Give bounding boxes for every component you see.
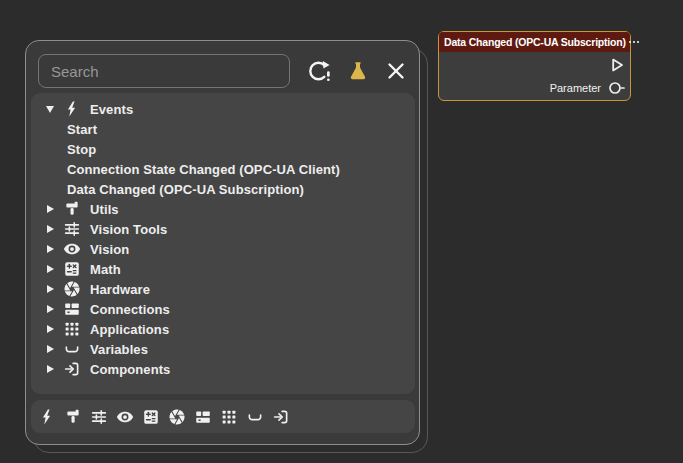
tree-category-row[interactable]: Vision Tools — [31, 219, 415, 239]
category-filter-hammer-icon[interactable] — [64, 408, 82, 426]
chevron-right-icon[interactable] — [43, 225, 57, 233]
tree-leaf-row[interactable]: Start — [31, 119, 415, 139]
chevron-right-icon[interactable] — [43, 345, 57, 353]
tree-leaf-label: Data Changed (OPC-UA Subscription) — [67, 182, 304, 197]
sliders-icon — [63, 220, 81, 238]
chevron-right-icon[interactable] — [43, 265, 57, 273]
refresh-alert-icon — [308, 59, 332, 83]
category-filter-calculator-icon[interactable] — [142, 408, 160, 426]
node-body: Parameter — [439, 52, 630, 100]
flow-output-port[interactable] — [609, 57, 625, 73]
tree-category-row[interactable]: Applications — [31, 319, 415, 339]
hammer-icon — [64, 408, 82, 426]
filter-flask-button[interactable] — [343, 56, 373, 86]
category-filter-shutter-icon[interactable] — [168, 408, 186, 426]
graph-node-data-changed[interactable]: Data Changed (OPC-UA Subscription) Param… — [438, 31, 631, 101]
node-title-bar[interactable]: Data Changed (OPC-UA Subscription) — [439, 32, 630, 52]
server-icon — [194, 408, 212, 426]
parameter-output-port[interactable] — [608, 81, 626, 95]
category-filter-import-icon[interactable] — [272, 408, 290, 426]
tree-category-label: Hardware — [90, 282, 150, 297]
node-library-panel: EventsStartStopConnection State Changed … — [25, 40, 420, 445]
tree-leaf-row[interactable]: Data Changed (OPC-UA Subscription) — [31, 179, 415, 199]
category-filter-eye-icon[interactable] — [116, 408, 134, 426]
lightning-icon — [38, 408, 56, 426]
shutter-icon — [168, 408, 186, 426]
close-icon — [384, 59, 408, 83]
shutter-icon — [63, 280, 81, 298]
flask-icon — [346, 59, 370, 83]
chevron-right-icon[interactable] — [43, 205, 57, 213]
category-filter-server-icon[interactable] — [194, 408, 212, 426]
tree-leaf-row[interactable]: Stop — [31, 139, 415, 159]
tree-leaf-row[interactable]: Connection State Changed (OPC-UA Client) — [31, 159, 415, 179]
lightning-icon — [63, 100, 81, 118]
refresh-alert-button[interactable] — [305, 56, 335, 86]
tree-category-label: Events — [90, 102, 133, 117]
eye-icon — [116, 408, 134, 426]
import-icon — [63, 360, 81, 378]
tree-category-label: Variables — [90, 342, 148, 357]
eye-icon — [63, 240, 81, 258]
category-filter-bar — [31, 400, 415, 433]
parameter-output-label: Parameter — [550, 82, 601, 94]
category-filter-grid-icon[interactable] — [220, 408, 238, 426]
hammer-icon — [63, 200, 81, 218]
tree-category-row[interactable]: Events — [31, 99, 415, 119]
sliders-icon — [90, 408, 108, 426]
tree-leaf-label: Stop — [67, 142, 96, 157]
tree-category-label: Utils — [90, 202, 119, 217]
calculator-icon — [142, 408, 160, 426]
grid-icon — [63, 320, 81, 338]
tree-category-row[interactable]: Variables — [31, 339, 415, 359]
tree-category-row[interactable]: Connections — [31, 299, 415, 319]
node-tree: EventsStartStopConnection State Changed … — [31, 93, 415, 394]
node-title: Data Changed (OPC-UA Subscription) — [444, 36, 626, 48]
chevron-right-icon[interactable] — [43, 325, 57, 333]
calculator-icon — [63, 260, 81, 278]
parameter-output-row: Parameter — [550, 81, 626, 95]
search-row — [34, 51, 411, 91]
chevron-right-icon[interactable] — [43, 365, 57, 373]
tree-leaf-label: Connection State Changed (OPC-UA Client) — [67, 162, 340, 177]
tree-category-label: Vision — [90, 242, 129, 257]
tree-category-row[interactable]: Math — [31, 259, 415, 279]
node-editor-canvas[interactable]: EventsStartStopConnection State Changed … — [0, 0, 683, 463]
category-filter-bracket-icon[interactable] — [246, 408, 264, 426]
tree-leaf-label: Start — [67, 122, 97, 137]
tree-category-row[interactable]: Hardware — [31, 279, 415, 299]
tree-category-row[interactable]: Utils — [31, 199, 415, 219]
bracket-icon — [63, 340, 81, 358]
search-input[interactable] — [38, 54, 290, 88]
close-panel-button[interactable] — [381, 56, 411, 86]
chevron-down-icon[interactable] — [43, 106, 57, 113]
import-icon — [272, 408, 290, 426]
server-icon — [63, 300, 81, 318]
tree-category-label: Components — [90, 362, 170, 377]
tree-category-label: Vision Tools — [90, 222, 167, 237]
tree-category-row[interactable]: Components — [31, 359, 415, 379]
tree-category-row[interactable]: Vision — [31, 239, 415, 259]
tree-category-label: Applications — [90, 322, 169, 337]
tree-category-label: Math — [90, 262, 121, 277]
chevron-right-icon[interactable] — [43, 285, 57, 293]
category-filter-sliders-icon[interactable] — [90, 408, 108, 426]
ellipsis-icon[interactable] — [629, 41, 640, 44]
grid-icon — [220, 408, 238, 426]
tree-category-label: Connections — [90, 302, 170, 317]
chevron-right-icon[interactable] — [43, 305, 57, 313]
category-filter-lightning-icon[interactable] — [38, 408, 56, 426]
chevron-right-icon[interactable] — [43, 245, 57, 253]
bracket-icon — [246, 408, 264, 426]
